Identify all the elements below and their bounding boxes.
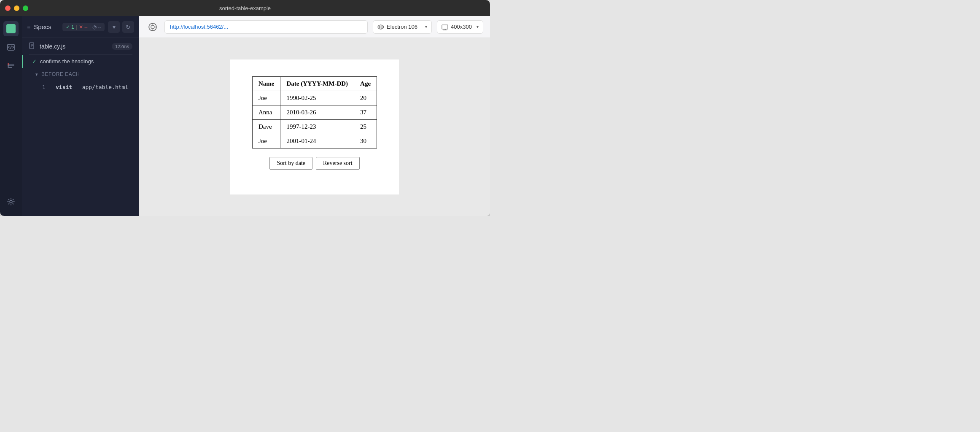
close-button[interactable] (5, 5, 11, 11)
table-cell: Joe (252, 91, 280, 105)
col-header-date: Date (YYYY-MM-DD) (280, 77, 354, 91)
url-bar[interactable]: http://localhost:56462/... (164, 20, 368, 34)
dropdown-button[interactable]: ▾ (108, 21, 120, 33)
left-panel: ≡ Specs ✓ 1 | ✕ -- | ◔ -- (22, 16, 139, 216)
viewport-dropdown-icon: ▾ (477, 24, 479, 29)
spec-file-icon (29, 42, 35, 50)
preview-area: Name Date (YYYY-MM-DD) Age Joe1990-02-25… (139, 38, 490, 216)
spec-file-time: 122ms (112, 43, 132, 50)
table-row: Joe1990-02-2520 (252, 91, 377, 105)
table-cell: 1997-12-23 (280, 120, 354, 134)
app-window: sorted-table-example (0, 0, 490, 216)
command-number: 1 (42, 84, 51, 90)
minimize-button[interactable] (14, 5, 19, 11)
specs-header: ≡ Specs ✓ 1 | ✕ -- | ◔ -- (22, 16, 139, 38)
table-cell: 2010-03-26 (280, 105, 354, 120)
test-check-icon: ✓ (32, 58, 37, 65)
sidebar-icon-app[interactable] (3, 21, 19, 36)
sort-by-date-button[interactable]: Sort by date (269, 157, 312, 170)
viewport-size: 400x300 (451, 24, 472, 30)
window-title: sorted-table-example (219, 5, 271, 11)
maximize-button[interactable] (23, 5, 28, 11)
right-panel: http://localhost:56462/... Electron 106 … (139, 16, 490, 216)
table-row: Joe2001-01-2430 (252, 134, 377, 148)
test-status-badge: ✓ 1 | ✕ -- | ◔ -- (62, 23, 105, 31)
title-bar: sorted-table-example (0, 0, 490, 16)
browser-name: Electron 106 (387, 24, 417, 30)
test-item-confirms-headings[interactable]: ✓ confirms the headings (22, 55, 139, 68)
spec-file-name: table.cy.js (40, 43, 108, 50)
collapse-icon: ▾ (35, 72, 38, 77)
main-layout: ≡ Specs ✓ 1 | ✕ -- | ◔ -- (0, 16, 490, 216)
fail-count: ✕ -- (79, 24, 88, 30)
browser-dropdown-icon: ▾ (425, 24, 427, 29)
table-cell: Dave (252, 120, 280, 134)
svg-rect-20 (442, 25, 448, 29)
specs-menu-icon: ≡ (27, 24, 30, 30)
reverse-sort-button[interactable]: Reverse sort (316, 157, 360, 170)
table-buttons: Sort by date Reverse sort (269, 157, 359, 170)
preview-frame: Name Date (YYYY-MM-DD) Age Joe1990-02-25… (230, 59, 399, 194)
table-cell: Joe (252, 134, 280, 148)
spec-file-item[interactable]: table.cy.js 122ms (22, 38, 139, 54)
refresh-button[interactable]: ↻ (122, 21, 134, 33)
table-cell: Anna (252, 105, 280, 120)
command-item-visit[interactable]: 1 visit app/table.html (22, 81, 139, 94)
before-each-label: BEFORE EACH (41, 71, 80, 77)
svg-rect-4 (8, 63, 9, 65)
traffic-lights (5, 5, 28, 11)
viewport-select[interactable]: 400x300 ▾ (437, 20, 483, 34)
svg-rect-5 (8, 65, 9, 67)
svg-point-6 (10, 200, 12, 203)
pass-count: ✓ 1 (66, 24, 74, 30)
col-header-age: Age (354, 77, 377, 91)
table-cell: 2001-01-24 (280, 134, 354, 148)
sidebar-icon-code[interactable] (3, 40, 19, 55)
table-header-row: Name Date (YYYY-MM-DD) Age (252, 77, 377, 91)
data-table: Name Date (YYYY-MM-DD) Age Joe1990-02-25… (252, 76, 377, 148)
browser-select[interactable]: Electron 106 ▾ (373, 20, 432, 34)
svg-point-12 (151, 25, 154, 29)
test-list: ✓ confirms the headings ▾ BEFORE EACH 1 … (22, 55, 139, 216)
table-cell: 25 (354, 120, 377, 134)
table-cell: 30 (354, 134, 377, 148)
header-actions: ▾ ↻ (108, 21, 134, 33)
table-cell: 37 (354, 105, 377, 120)
url-text: http://localhost:56462/... (170, 24, 228, 30)
table-cell: 1990-02-25 (280, 91, 354, 105)
before-each-item: ▾ BEFORE EACH (22, 68, 139, 81)
test-label: confirms the headings (40, 58, 94, 65)
table-row: Dave1997-12-2325 (252, 120, 377, 134)
sidebar-icon-settings[interactable] (3, 194, 19, 209)
target-icon (146, 20, 159, 34)
table-row: Anna2010-03-2637 (252, 105, 377, 120)
table-cell: 20 (354, 91, 377, 105)
browser-toolbar: http://localhost:56462/... Electron 106 … (139, 16, 490, 38)
pending-count: ◔ -- (92, 24, 101, 30)
icon-sidebar (0, 16, 22, 216)
sidebar-icon-list[interactable] (3, 58, 19, 73)
col-header-name: Name (252, 77, 280, 91)
specs-title: Specs (34, 23, 59, 30)
command-text: visit app/table.html (56, 84, 128, 90)
